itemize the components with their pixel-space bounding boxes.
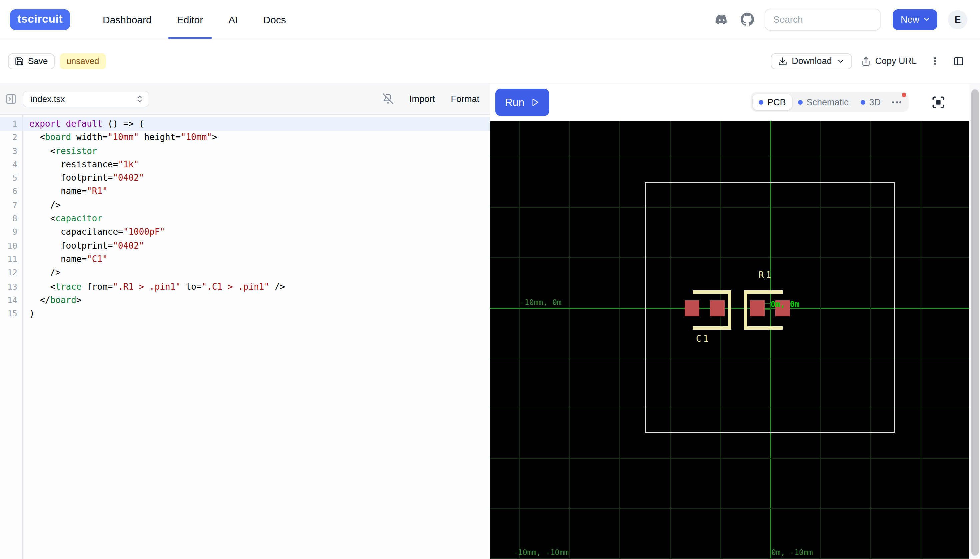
new-button[interactable]: New <box>893 9 937 30</box>
code-line[interactable]: 8 <capacitor <box>0 212 490 226</box>
code-text: footprint="0402" <box>23 172 144 185</box>
line-number: 15 <box>0 307 23 321</box>
line-number: 3 <box>0 144 23 158</box>
code-text: name="C1" <box>23 253 108 266</box>
code-line[interactable]: 1export default () => ( <box>0 117 490 131</box>
line-number: 12 <box>0 266 23 280</box>
code-text: </board> <box>23 293 82 307</box>
code-lines: 1export default () => (2 <board width="1… <box>0 117 490 321</box>
tab-schematic-label: Schematic <box>806 97 848 107</box>
save-icon <box>15 56 24 66</box>
main-split: index.tsx Import Format 1export default … <box>0 83 980 559</box>
code-text: <trace from=".R1 > .pin1" to=".C1 > .pin… <box>23 280 285 293</box>
scan-icon[interactable] <box>931 95 945 109</box>
grid-coordinate-label: 0m, 0m <box>770 299 800 309</box>
tab-pcb-label: PCB <box>767 97 786 107</box>
pcb-panel: Run PCB Schematic <box>490 83 980 559</box>
save-button[interactable]: Save <box>8 53 54 69</box>
bell-off-icon[interactable] <box>383 93 393 104</box>
avatar[interactable]: E <box>948 10 967 29</box>
code-line[interactable]: 4 resistance="1k" <box>0 158 490 172</box>
line-number: 8 <box>0 212 23 226</box>
silkscreen-outline-C1 <box>692 326 731 329</box>
view-dot-icon <box>759 100 763 104</box>
code-text: <resistor <box>23 144 97 158</box>
copy-url-label: Copy URL <box>875 56 917 66</box>
view-dot-icon <box>860 100 865 104</box>
grid-line-horizontal <box>490 157 969 158</box>
line-number: 13 <box>0 280 23 293</box>
code-text: export default () => ( <box>23 117 144 131</box>
scrollbar-thumb[interactable] <box>971 89 978 556</box>
kebab-menu-icon[interactable] <box>930 56 940 66</box>
import-button[interactable]: Import <box>409 94 435 104</box>
panel-right-icon[interactable] <box>954 56 964 66</box>
grid-coordinate-label: 0m, -10mm <box>771 547 813 557</box>
share-icon <box>861 56 870 66</box>
code-text: /> <box>23 199 61 212</box>
github-icon[interactable] <box>741 13 754 26</box>
silkscreen-label-R1: R1 <box>759 270 773 280</box>
file-toolbar: Save unsaved Download Copy URL <box>0 40 980 83</box>
smd-pad-C1 <box>710 300 725 316</box>
file-select[interactable]: index.tsx <box>23 90 149 107</box>
tscircuit-logo[interactable]: tscircuit <box>10 9 70 30</box>
silkscreen-outline-R1 <box>744 290 747 329</box>
code-line[interactable]: 11 name="C1" <box>0 253 490 266</box>
grid-coordinate-label: -10mm, 0m <box>520 298 562 307</box>
line-number: 5 <box>0 172 23 185</box>
editor-header: index.tsx Import Format <box>0 83 490 115</box>
discord-icon[interactable] <box>715 12 729 26</box>
line-number: 10 <box>0 239 23 253</box>
pcb-toolbar: Run PCB Schematic <box>490 83 980 121</box>
grid-line-vertical <box>569 121 570 559</box>
run-button[interactable]: Run <box>495 89 549 116</box>
line-number: 9 <box>0 226 23 240</box>
code-line[interactable]: 15) <box>0 307 490 321</box>
tab-schematic[interactable]: Schematic <box>792 94 854 110</box>
code-line[interactable]: 6 name="R1" <box>0 185 490 199</box>
ellipsis-icon <box>892 101 901 103</box>
code-line[interactable]: 2 <board width="10mm" height="10mm"> <box>0 131 490 145</box>
notification-dot <box>902 93 906 97</box>
format-button[interactable]: Format <box>450 94 479 104</box>
nav-tab-editor[interactable]: Editor <box>164 0 216 39</box>
pcb-canvas[interactable]: R1C1-10mm, 0m0m, 0m-10mm, -10mm0m, -10mm <box>490 121 969 559</box>
code-line[interactable]: 14 </board> <box>0 293 490 307</box>
nav-tab-docs[interactable]: Docs <box>251 0 299 39</box>
file-select-value: index.tsx <box>31 94 65 104</box>
code-line[interactable]: 5 footprint="0402" <box>0 172 490 185</box>
silkscreen-outline-C1 <box>692 290 731 293</box>
tab-3d[interactable]: 3D <box>854 94 887 110</box>
silkscreen-outline-C1 <box>728 290 731 329</box>
code-line[interactable]: 12 /> <box>0 266 490 280</box>
panel-expand-icon[interactable] <box>5 93 16 104</box>
line-number: 2 <box>0 131 23 145</box>
code-line[interactable]: 7 /> <box>0 199 490 212</box>
code-line[interactable]: 3 <resistor <box>0 144 490 158</box>
code-line[interactable]: 9 capacitance="1000pF" <box>0 226 490 240</box>
code-text: footprint="0402" <box>23 239 144 253</box>
code-text: ) <box>23 307 35 321</box>
code-text: <capacitor <box>23 212 102 226</box>
line-number: 11 <box>0 253 23 266</box>
grid-coordinate-label: -10mm, -10mm <box>513 547 569 557</box>
nav-tab-dashboard[interactable]: Dashboard <box>90 0 164 39</box>
code-text: resistance="1k" <box>23 158 139 172</box>
silkscreen-outline-R1 <box>744 290 783 293</box>
chevron-down-icon <box>836 57 844 65</box>
code-line[interactable]: 10 footprint="0402" <box>0 239 490 253</box>
more-views-button[interactable] <box>887 94 907 110</box>
grid-line-vertical <box>519 121 520 559</box>
scrollbar-track <box>969 83 980 559</box>
code-line[interactable]: 13 <trace from=".R1 > .pin1" to=".C1 > .… <box>0 280 490 293</box>
code-editor-panel: index.tsx Import Format 1export default … <box>0 83 490 559</box>
download-button[interactable]: Download <box>770 53 852 69</box>
search-input[interactable] <box>765 8 881 30</box>
silkscreen-outline-R1 <box>744 326 783 329</box>
copy-url-button[interactable]: Copy URL <box>861 56 917 66</box>
code-area[interactable]: 1export default () => (2 <board width="1… <box>0 115 490 559</box>
run-button-label: Run <box>505 96 525 108</box>
tab-pcb[interactable]: PCB <box>753 94 792 110</box>
nav-tab-ai[interactable]: AI <box>216 0 250 39</box>
